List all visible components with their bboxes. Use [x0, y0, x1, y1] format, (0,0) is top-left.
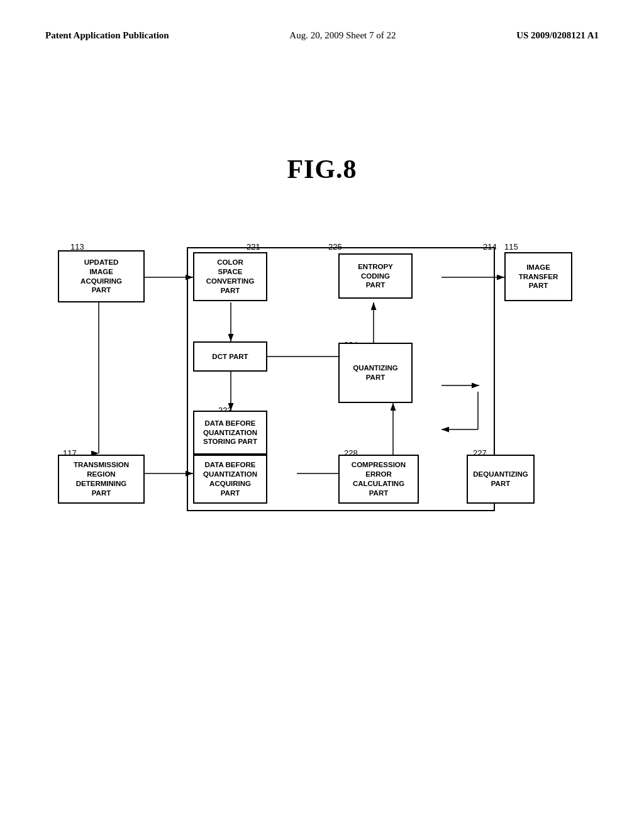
image-transfer-part: IMAGE TRANSFER PART — [504, 252, 572, 301]
data-before-storing-part: DATA BEFORE QUANTIZATION STORING PART — [193, 411, 267, 455]
dequantizing-part: DEQUANTIZING PART — [467, 455, 535, 504]
updated-image-acquiring-part: UPDATED IMAGE ACQUIRING PART — [58, 250, 145, 302]
entropy-coding-part: ENTROPY CODING PART — [338, 253, 413, 299]
transmission-region-determining-part: TRANSMISSION REGION DETERMINING PART — [58, 455, 145, 504]
patent-number: US 2009/0208121 A1 — [516, 30, 599, 41]
header: Patent Application Publication Aug. 20, … — [0, 0, 644, 41]
data-before-acquiring-part: DATA BEFORE QUANTIZATION ACQUIRING PART — [193, 455, 267, 504]
publication-label: Patent Application Publication — [45, 30, 169, 41]
label-221: 221 — [247, 242, 260, 252]
compression-error-calculating-part: COMPRESSION ERROR CALCULATING PART — [338, 455, 419, 504]
quantizing-part: QUANTIZING PART — [338, 343, 413, 403]
sheet-info: Aug. 20, 2009 Sheet 7 of 22 — [289, 30, 396, 41]
color-space-converting-part: COLOR SPACE CONVERTING PART — [193, 252, 267, 301]
diagram-area: 214 113 117 221 222 223 224 225 226 227 … — [52, 203, 592, 593]
figure-title: FIG.8 — [0, 154, 644, 184]
dct-part: DCT PART — [193, 341, 267, 372]
label-214: 214 — [483, 242, 497, 252]
label-225: 225 — [328, 242, 342, 252]
page: Patent Application Publication Aug. 20, … — [0, 0, 644, 830]
label-115: 115 — [504, 242, 518, 252]
